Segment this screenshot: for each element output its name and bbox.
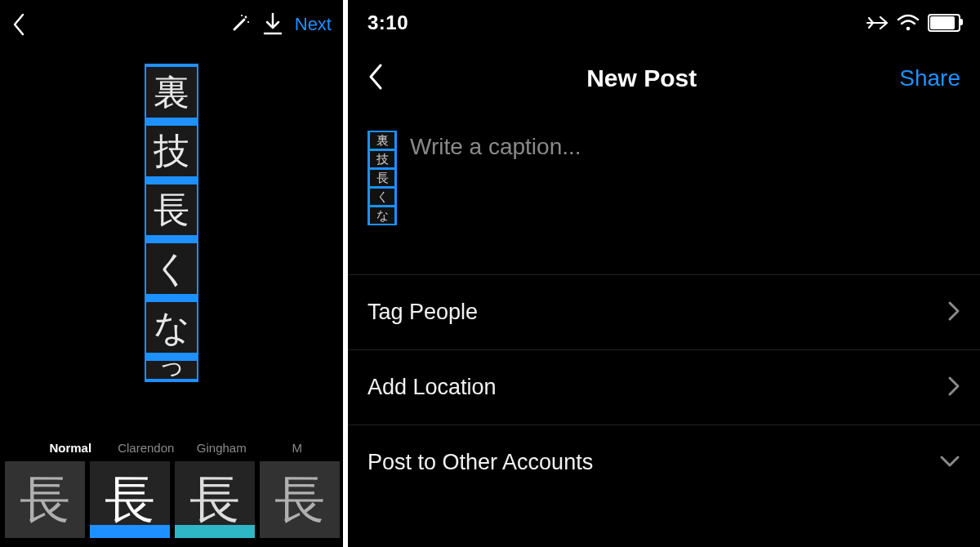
share-button[interactable]: Share: [899, 65, 960, 91]
svg-line-0: [234, 20, 244, 29]
kanji-cell-partial: っ: [146, 361, 197, 379]
kanji-cell: な: [146, 302, 197, 353]
kanji-cell: く: [146, 243, 197, 294]
chevron-right-icon: [947, 376, 960, 400]
filter-label-normal[interactable]: Normal: [33, 441, 109, 455]
kanji-cell: 長: [146, 185, 197, 235]
battery-icon: [928, 14, 960, 32]
chevron-right-icon: [947, 300, 960, 325]
kanji-cell: 裏: [146, 67, 197, 118]
download-icon[interactable]: [262, 12, 283, 37]
filter-label-clarendon[interactable]: Clarendon: [109, 441, 185, 455]
image-preview[interactable]: 裏 技 長 く な っ: [0, 49, 343, 441]
airplane-mode-icon: [866, 13, 889, 33]
thumb-char: 技: [370, 151, 394, 167]
filter-thumb-more[interactable]: 長: [260, 461, 340, 538]
tag-people-row[interactable]: Tag People: [348, 275, 980, 350]
row-label: Tag People: [368, 300, 478, 325]
filter-label-gingham[interactable]: Gingham: [184, 441, 260, 455]
back-icon[interactable]: [368, 62, 384, 95]
new-post-screen: 3:10 New Post Share 裏 技 長: [348, 0, 980, 547]
magic-wand-icon[interactable]: [228, 13, 251, 36]
svg-point-6: [906, 27, 911, 31]
status-bar: 3:10: [348, 0, 980, 46]
edit-screen: Next 裏 技 長 く な っ Normal Clarendon Gingha…: [0, 0, 343, 547]
filter-label-truncated[interactable]: M: [260, 441, 336, 455]
filter-carousel[interactable]: Normal Clarendon Gingham M 長 長 長 長: [0, 441, 343, 547]
svg-point-1: [244, 16, 247, 19]
thumb-char: く: [370, 189, 394, 205]
caption-section: 裏 技 長 く な Write a caption...: [348, 111, 980, 275]
filter-thumb-normal[interactable]: 長: [5, 461, 85, 538]
filter-thumb-gingham[interactable]: 長: [175, 461, 255, 538]
row-label: Post to Other Accounts: [368, 450, 593, 475]
thumb-char: 長: [370, 170, 394, 186]
thumb-char: 裏: [370, 132, 394, 149]
post-other-accounts-row[interactable]: Post to Other Accounts: [348, 425, 980, 500]
svg-point-3: [241, 15, 243, 16]
back-icon[interactable]: [11, 12, 26, 37]
thumb-char: な: [370, 207, 394, 224]
wifi-icon: [897, 14, 920, 32]
clock: 3:10: [368, 11, 408, 34]
page-title: New Post: [586, 64, 697, 92]
post-thumbnail[interactable]: 裏 技 長 く な: [368, 131, 397, 225]
kanji-cell: 技: [146, 126, 197, 176]
caption-input[interactable]: Write a caption...: [410, 131, 581, 225]
nav-bar: New Post Share: [348, 46, 980, 111]
edit-toolbar: Next: [0, 0, 343, 49]
vertical-text-strip: 裏 技 長 く な っ: [145, 64, 198, 382]
svg-point-2: [247, 21, 249, 23]
row-label: Add Location: [368, 375, 497, 400]
next-button[interactable]: Next: [295, 14, 332, 35]
filter-thumb-clarendon[interactable]: 長: [90, 461, 170, 538]
add-location-row[interactable]: Add Location: [348, 350, 980, 425]
chevron-down-icon: [939, 455, 960, 471]
